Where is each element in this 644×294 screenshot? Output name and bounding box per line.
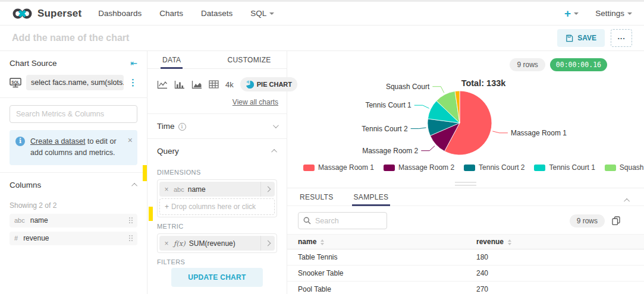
create-dataset-link[interactable]: Create a dataset	[30, 137, 85, 146]
legend-swatch	[605, 165, 616, 171]
metric-chip-sum-revenue[interactable]: × ƒ(x) SUM(revenue)	[159, 236, 275, 251]
drag-handle-icon[interactable]	[129, 217, 133, 223]
chart-panel: 9 rows 00:00:00.16 Total: 133k Massage R…	[287, 51, 644, 294]
divider	[0, 172, 147, 173]
viz-type-line-icon[interactable]	[157, 80, 168, 89]
pie-chart-icon	[246, 80, 254, 88]
pie-chart[interactable]: Massage Room 1Massage Room 2Tennis Court…	[287, 71, 644, 162]
resize-handle[interactable]	[455, 182, 476, 188]
nav-item-charts[interactable]: Charts	[159, 9, 183, 18]
table-row: Pool Table 270	[287, 282, 644, 294]
dimensions-label: DIMENSIONS	[157, 169, 277, 176]
metric-label: METRIC	[157, 223, 277, 230]
collapse-results-icon[interactable]	[626, 195, 630, 204]
highlight-marker	[149, 207, 153, 221]
svg-text:Squash Court: Squash Court	[386, 83, 430, 91]
viz-type-big-number[interactable]: 4k	[225, 80, 234, 89]
chevron-up-icon[interactable]	[131, 183, 137, 189]
alert-text: Create a dataset to edit or add columns …	[30, 136, 123, 159]
remove-icon[interactable]: ×	[159, 185, 174, 194]
query-section-header[interactable]: Query	[147, 138, 287, 163]
legend-item[interactable]: Squash Court	[605, 163, 644, 172]
save-button[interactable]: SAVE	[557, 29, 605, 47]
column-type-label: abc	[14, 217, 25, 224]
chart-source-header: Chart Source	[10, 59, 57, 68]
legend-item[interactable]: Massage Room 2	[384, 163, 454, 172]
drag-handle-icon[interactable]	[129, 235, 133, 241]
tab-customize[interactable]: CUSTOMIZE	[225, 51, 272, 68]
info-icon: i	[15, 137, 25, 146]
column-header-revenue[interactable]: revenue	[466, 235, 644, 249]
legend-item[interactable]: Tennis Court 2	[464, 163, 524, 172]
column-item-revenue[interactable]: # revenue	[10, 232, 137, 245]
column-item-name[interactable]: abc name	[10, 214, 137, 227]
chevron-up-icon	[271, 149, 277, 155]
nav-item-sql[interactable]: SQL	[250, 9, 274, 18]
table-row: Snooker Table 240	[287, 265, 644, 282]
caret-down-icon	[269, 12, 274, 15]
datasource-name[interactable]: select facs.name, sum(slots...	[26, 75, 124, 90]
metric-control: × ƒ(x) SUM(revenue)	[157, 233, 277, 253]
nav-item-dashboards[interactable]: Dashboards	[98, 9, 142, 18]
new-menu-button[interactable]: +	[564, 7, 579, 20]
results-row-count-badge: 9 rows	[570, 214, 605, 227]
caret-down-icon	[574, 12, 579, 15]
sort-icon	[321, 239, 324, 245]
legend-item[interactable]: Tennis Court 1	[534, 163, 595, 172]
viz-type-bar-icon[interactable]	[174, 80, 185, 89]
column-header-name[interactable]: name	[287, 235, 466, 249]
more-options-button[interactable]: ···	[611, 29, 632, 47]
tab-data[interactable]: DATA	[161, 51, 183, 68]
table-row: Table Tennis 180	[287, 249, 644, 265]
legend-swatch	[534, 165, 545, 171]
brand-name: Superset	[37, 8, 81, 20]
dimensions-control: × abc name +Drop columns here or click	[157, 179, 277, 217]
legend-swatch	[303, 165, 315, 171]
nav-item-datasets[interactable]: Datasets	[201, 9, 233, 18]
main-content: Chart Source ⇤ SQL select facs.name, sum…	[0, 51, 644, 294]
superset-logo[interactable]: Superset	[12, 7, 98, 20]
collapse-panel-icon[interactable]: ⇤	[130, 58, 137, 68]
copy-icon[interactable]	[612, 216, 620, 225]
superset-infinity-icon	[12, 7, 33, 20]
chart-name-input[interactable]: Add the name of the chart	[12, 33, 129, 43]
dimensions-dropzone[interactable]: +Drop columns here or click	[159, 198, 275, 215]
tab-results[interactable]: RESULTS	[298, 188, 335, 206]
svg-text:Massage Room 2: Massage Room 2	[362, 147, 418, 155]
info-icon: i	[178, 123, 186, 131]
datasource-menu-icon[interactable]: ⋮	[128, 77, 137, 88]
legend-swatch	[384, 165, 395, 171]
metrics-columns-search-input[interactable]	[10, 105, 137, 123]
viz-type-area-icon[interactable]	[191, 80, 202, 89]
remove-icon[interactable]: ×	[159, 239, 174, 248]
tab-samples[interactable]: SAMPLES	[352, 188, 391, 206]
query-timer-badge: 00:00:00.16	[550, 58, 607, 71]
samples-table: name revenue Table Tennis 180 Snooker Ta…	[287, 234, 644, 294]
settings-menu-button[interactable]: Settings	[595, 9, 632, 18]
close-icon[interactable]: ×	[128, 134, 133, 147]
sql-query-icon: SQL	[10, 78, 21, 88]
pie-chart-area: Total: 133k Massage Room 1Massage Room 2…	[287, 71, 644, 188]
row-count-badge: 9 rows	[510, 58, 545, 71]
create-dataset-alert: i Create a dataset to edit or add column…	[10, 130, 137, 165]
expand-chip-icon[interactable]	[260, 182, 275, 197]
svg-text:Tennis Court 2: Tennis Court 2	[362, 125, 408, 133]
dimension-chip-name[interactable]: × abc name	[159, 182, 275, 197]
expand-chip-icon[interactable]	[260, 236, 275, 251]
time-section-header[interactable]: Timei	[147, 113, 287, 138]
results-search-input[interactable]	[315, 217, 382, 225]
legend-swatch	[464, 165, 475, 171]
viz-type-table-icon[interactable]	[209, 80, 219, 88]
caret-down-icon	[627, 12, 632, 15]
search-icon	[303, 217, 311, 225]
update-chart-button[interactable]: UPDATE CHART	[171, 268, 262, 287]
chart-source-panel: Chart Source ⇤ SQL select facs.name, sum…	[0, 51, 147, 294]
svg-text:Tennis Court 1: Tennis Court 1	[365, 101, 411, 109]
function-label: ƒ(x)	[174, 239, 186, 248]
legend-item[interactable]: Massage Room 1	[303, 163, 374, 172]
results-search[interactable]	[298, 212, 387, 229]
chart-legend: Massage Room 1 Massage Room 2 Tennis Cou…	[303, 163, 636, 172]
columns-section-header: Columns	[10, 181, 41, 189]
view-all-charts-link[interactable]: View all charts	[147, 91, 287, 113]
columns-count-label: Showing 2 of 2	[10, 201, 137, 210]
